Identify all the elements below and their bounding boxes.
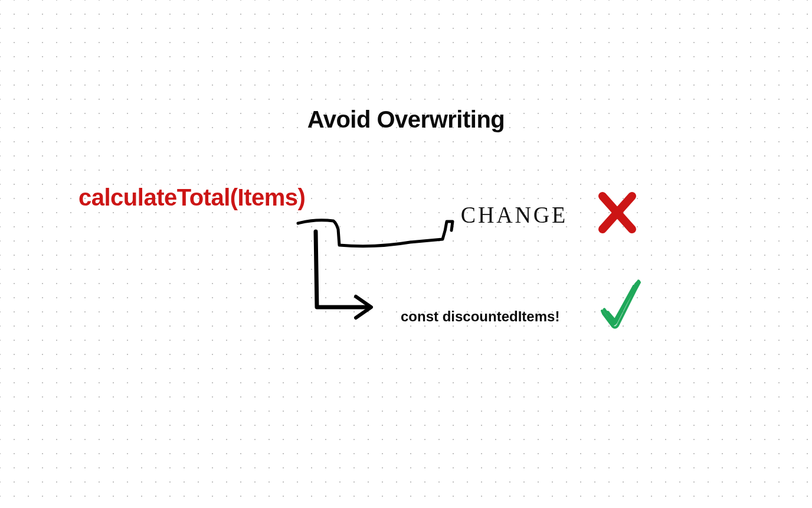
check-mark-icon [597,275,647,334]
const-expression: const discountedItems! [401,308,559,325]
function-expression: calculateTotal(Items) [78,184,305,211]
change-label: CHANGE [461,201,568,229]
diagram-title: Avoid Overwriting [307,106,505,133]
x-mark-icon [598,189,639,236]
